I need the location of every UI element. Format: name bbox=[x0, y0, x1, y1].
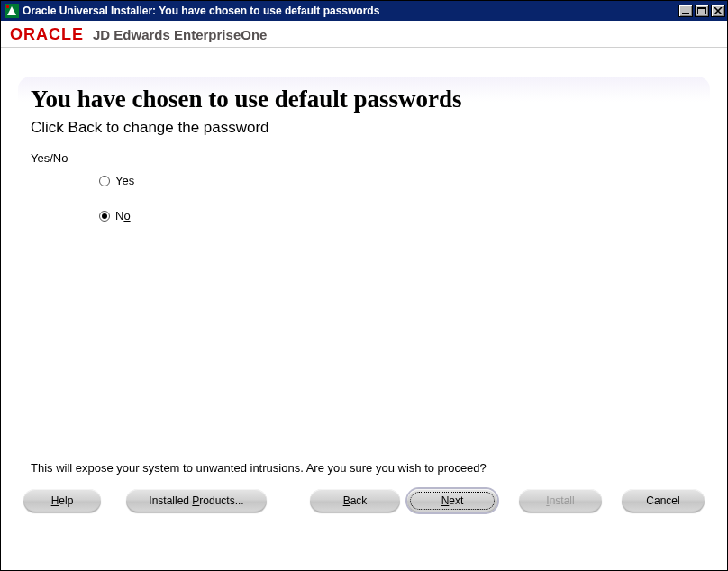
product-name: JD Edwards EnterpriseOne bbox=[93, 27, 267, 42]
radio-icon bbox=[99, 211, 110, 222]
svg-rect-2 bbox=[682, 13, 689, 14]
svg-rect-1 bbox=[6, 5, 9, 8]
next-button[interactable]: Next bbox=[407, 489, 497, 512]
button-row: Help Installed Products... Back Next Ins… bbox=[23, 489, 705, 512]
warning-text: This will expose your system to unwanted… bbox=[31, 461, 487, 475]
radio-label-no: No bbox=[115, 209, 131, 222]
radio-option-yes[interactable]: Yes bbox=[18, 168, 710, 193]
back-button[interactable]: Back bbox=[310, 489, 400, 512]
radio-label-yes: Yes bbox=[115, 174, 134, 187]
maximize-button[interactable] bbox=[695, 5, 709, 17]
install-button: Install bbox=[519, 489, 602, 512]
radio-group-label: Yes/No bbox=[18, 146, 710, 168]
help-button[interactable]: Help bbox=[23, 489, 101, 512]
svg-rect-4 bbox=[697, 7, 706, 9]
minimize-button[interactable] bbox=[678, 5, 693, 17]
window-controls bbox=[678, 5, 725, 17]
cancel-button[interactable]: Cancel bbox=[622, 489, 705, 512]
window-title: Oracle Universal Installer: You have cho… bbox=[23, 5, 678, 17]
main-panel: You have chosen to use default passwords… bbox=[18, 77, 710, 520]
btn-text: elp bbox=[59, 494, 73, 507]
app-icon bbox=[5, 4, 19, 18]
titlebar: Oracle Universal Installer: You have cho… bbox=[1, 1, 727, 21]
branding-bar: ORACLE JD Edwards EnterpriseOne bbox=[1, 21, 727, 48]
installed-products-button[interactable]: Installed Products... bbox=[126, 489, 267, 512]
radio-icon bbox=[99, 176, 110, 186]
oracle-logo: ORACLE bbox=[10, 25, 84, 44]
page-title: You have chosen to use default passwords bbox=[18, 77, 710, 115]
page-subtitle: Click Back to change the password bbox=[18, 115, 710, 146]
radio-option-no[interactable]: No bbox=[18, 193, 710, 228]
close-button[interactable] bbox=[711, 5, 725, 17]
